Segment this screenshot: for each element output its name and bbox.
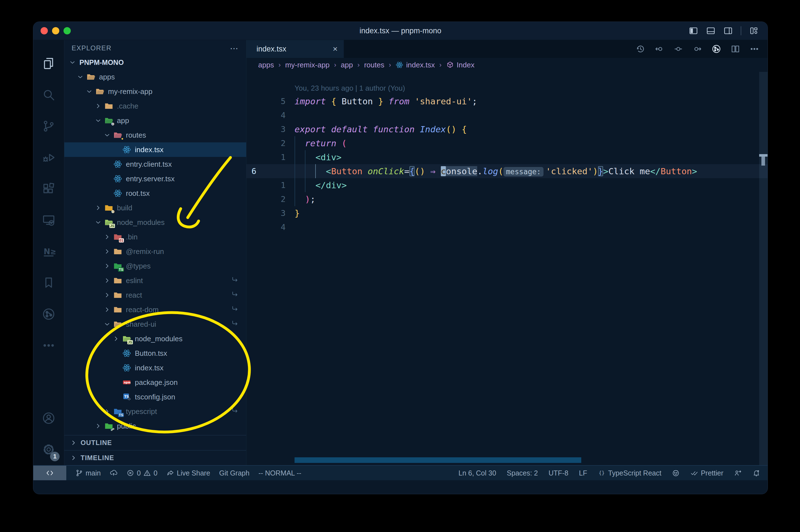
- toggle-panel-icon[interactable]: [706, 26, 716, 36]
- overview-ruler-marker: [759, 154, 767, 157]
- status-live-share[interactable]: Live Share: [167, 469, 210, 477]
- activity-item-search[interactable]: [33, 79, 64, 111]
- status-notifications[interactable]: [753, 469, 760, 477]
- status-problems[interactable]: 00: [127, 469, 157, 477]
- status-eol[interactable]: LF: [579, 469, 587, 477]
- tree-item-react-dom[interactable]: react-dom: [64, 302, 246, 317]
- code-line-9[interactable]: 4: [246, 220, 767, 234]
- status-indentation[interactable]: Spaces: 2: [507, 469, 538, 477]
- activity-item-git-graph[interactable]: [33, 299, 64, 330]
- prev-change-icon[interactable]: [654, 44, 664, 54]
- tree-item-label: @types: [126, 262, 151, 270]
- tree-item-index.tsx[interactable]: index.tsx: [64, 142, 246, 157]
- git-graph-action-icon[interactable]: [711, 44, 721, 54]
- tree-item-@remix-run[interactable]: @remix-run: [64, 244, 246, 259]
- tree-item-app[interactable]: ⚙app: [64, 113, 246, 128]
- status-language[interactable]: {}TypeScript React: [598, 469, 661, 477]
- status-copilot[interactable]: [672, 469, 680, 477]
- code-line-0[interactable]: 5import { Button } from 'shared-ui';: [246, 94, 767, 108]
- folder-icon: [104, 101, 114, 111]
- close-window-button[interactable]: [41, 27, 48, 34]
- status-branch[interactable]: main: [75, 469, 101, 477]
- tree-item-entry.client.tsx[interactable]: entry.client.tsx: [64, 157, 246, 171]
- tab-index-tsx[interactable]: index.tsx ×: [246, 40, 344, 58]
- code-line-8[interactable]: 3}: [246, 206, 767, 220]
- code-line-1[interactable]: 4: [246, 108, 767, 122]
- breadcrumb-item-app[interactable]: app: [341, 61, 353, 69]
- toggle-sidebar-right-icon[interactable]: [723, 26, 733, 36]
- horizontal-scrollbar[interactable]: [294, 457, 581, 463]
- toggle-sidebar-left-icon[interactable]: [689, 26, 698, 36]
- tree-item-routes[interactable]: ●routes: [64, 128, 246, 142]
- tree-item-typescript[interactable]: TStypescript: [64, 404, 246, 419]
- workspace-section[interactable]: PNPM-MONO: [64, 56, 246, 69]
- status-publish[interactable]: [110, 469, 117, 477]
- breadcrumb-item-Index[interactable]: Index: [446, 61, 475, 69]
- code-editor[interactable]: You, 23 hours ago | 1 author (You) 5impo…: [246, 72, 767, 465]
- tree-item-react[interactable]: react: [64, 288, 246, 302]
- activity-item-bookmarks[interactable]: [33, 267, 64, 299]
- tree-item-.cache[interactable]: .cache: [64, 99, 246, 113]
- code-line-current-5[interactable]: 6 <Button onClick={() ⇒ console.log(mess…: [246, 164, 767, 178]
- minimize-window-button[interactable]: [52, 27, 59, 34]
- status-remote-indicator[interactable]: [33, 466, 66, 480]
- zoom-window-button[interactable]: [63, 27, 71, 34]
- tree-item-eslint[interactable]: eslint: [64, 273, 246, 288]
- code-line-6[interactable]: 1 </div>: [246, 178, 767, 192]
- vertical-scrollbar[interactable]: [759, 72, 767, 465]
- status-prettier[interactable]: Prettier: [690, 469, 723, 477]
- tree-item-entry.server.tsx[interactable]: entry.server.tsx: [64, 171, 246, 186]
- breadcrumb-item-my-remix-app[interactable]: my-remix-app: [285, 61, 329, 69]
- activity-item-accounts[interactable]: [33, 402, 64, 434]
- activity-item-nx-console[interactable]: N≥: [33, 236, 64, 267]
- tree-item-public[interactable]: ☍public: [64, 419, 246, 433]
- close-tab-icon[interactable]: ×: [332, 44, 338, 54]
- center-change-icon[interactable]: [673, 44, 683, 54]
- code-line-7[interactable]: 2 );: [246, 192, 767, 206]
- customize-layout-icon[interactable]: [749, 26, 759, 36]
- tree-item-.bin[interactable]: 01.bin: [64, 230, 246, 244]
- tree-item-Button.tsx[interactable]: Button.tsx: [64, 346, 246, 361]
- tree-item-shared-ui[interactable]: shared-ui: [64, 317, 246, 331]
- status-feedback[interactable]: [734, 469, 742, 477]
- activity-item-explorer[interactable]: [33, 48, 64, 79]
- tree-item-node_modules[interactable]: JSnode_modules: [64, 215, 246, 230]
- chevron-right-icon: [103, 407, 111, 416]
- tree-item-node_modules[interactable]: JSnode_modules: [64, 331, 246, 346]
- activity-item-extensions[interactable]: [33, 173, 64, 205]
- status-encoding[interactable]: UTF-8: [549, 469, 568, 477]
- breadcrumb-item-index.tsx[interactable]: index.tsx: [396, 61, 435, 69]
- tree-item-index.tsx[interactable]: index.tsx: [64, 361, 246, 375]
- status-cursor-position[interactable]: Ln 6, Col 30: [458, 469, 496, 477]
- folder-public-icon: ☍: [104, 421, 114, 431]
- tree-item-apps[interactable]: apps: [64, 70, 246, 84]
- folder-bin-icon: 01: [113, 232, 122, 241]
- tree-item-build[interactable]: ◍build: [64, 201, 246, 215]
- views-more-actions-icon[interactable]: ⋯: [230, 43, 239, 53]
- breadcrumb-item-apps[interactable]: apps: [258, 61, 274, 69]
- timeline-panel-header[interactable]: TIMELINE: [64, 450, 246, 465]
- breadcrumb-item-routes[interactable]: routes: [364, 61, 384, 69]
- status-git-graph[interactable]: Git Graph: [219, 469, 249, 477]
- more-actions-icon[interactable]: [750, 44, 759, 54]
- brackets-icon: {}: [598, 469, 606, 477]
- activity-item-run-debug[interactable]: [33, 142, 64, 173]
- tree-item-my-remix-app[interactable]: my-remix-app: [64, 84, 246, 99]
- split-editor-icon[interactable]: [731, 44, 740, 54]
- activity-item-source-control[interactable]: [33, 111, 64, 142]
- status-vim-mode[interactable]: -- NORMAL --: [259, 469, 301, 477]
- folder-icon: [113, 247, 122, 256]
- code-line-2[interactable]: 3export default function Index() {: [246, 122, 767, 136]
- activity-item-settings[interactable]: 1: [33, 434, 64, 465]
- tree-item-tsconfig.json[interactable]: TStsconfig.json: [64, 390, 246, 404]
- tree-item-package.json[interactable]: npmpackage.json: [64, 375, 246, 390]
- next-change-icon[interactable]: [692, 44, 702, 54]
- activity-item-remote-explorer[interactable]: [33, 205, 64, 236]
- code-line-4[interactable]: 1 <div>: [246, 150, 767, 164]
- history-icon[interactable]: [635, 44, 645, 54]
- tree-item-@types[interactable]: TS@types: [64, 259, 246, 273]
- code-line-3[interactable]: 2 return (: [246, 136, 767, 150]
- outline-panel-header[interactable]: OUTLINE: [64, 435, 246, 450]
- tree-item-root.tsx[interactable]: root.tsx: [64, 186, 246, 201]
- activity-item-more[interactable]: [33, 330, 64, 361]
